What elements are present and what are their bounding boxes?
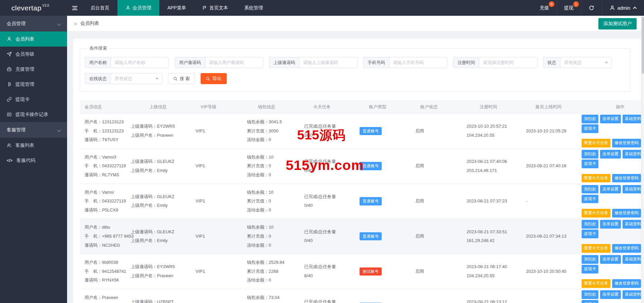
search-panel: 条件搜索 用户名称 用户邀请码 上级邀请码 — [80, 45, 631, 92]
add-deduct-button[interactable]: 加扣款 — [582, 185, 598, 194]
basic-info-button[interactable]: 基础资料 — [623, 290, 641, 299]
flag-icon — [202, 5, 207, 10]
change-login-password-button[interactable]: 修改登录密码 — [612, 244, 641, 253]
add-deduct-button[interactable]: 加扣款 — [582, 150, 598, 159]
username-input[interactable] — [111, 57, 169, 68]
nav-item-members[interactable]: 会员管理 — [117, 0, 159, 16]
reset-today-task-button[interactable]: 重置今天任务 — [582, 244, 610, 253]
online-status-select[interactable]: 所有状态 — [111, 73, 162, 84]
add-deduct-button[interactable]: 加扣款 — [582, 255, 598, 264]
basic-info-button[interactable]: 基础资料 — [623, 115, 641, 123]
briefcase-icon — [7, 67, 12, 72]
register-time-cell: 2023-08-21 06:13:12 203.211.109.103 — [467, 298, 526, 303]
chain-order-settings-button[interactable]: 连单设置 — [600, 290, 621, 299]
actions-cell: 加扣款 连单设置 基础资料 提现卡 重置今天任务 — [582, 254, 641, 289]
parent-invite-code-input[interactable] — [300, 57, 357, 68]
account-type-badge: 普通账号 — [360, 232, 382, 240]
column-header: 最后上线时间 — [535, 104, 616, 110]
register-time-input[interactable] — [479, 57, 537, 68]
change-login-password-button[interactable]: 修改登录密码 — [612, 209, 641, 218]
page-body: 条件搜索 用户名称 用户邀请码 上级邀请码 — [67, 32, 644, 303]
change-login-password-button[interactable]: 修改登录密码 — [612, 139, 641, 147]
add-test-user-button[interactable]: 添加测试用户 — [598, 18, 637, 29]
account-type-cell: 普通账号 — [360, 162, 415, 171]
account-type-cell: 普通账号 — [360, 127, 415, 136]
sidebar-item-withdraw-card[interactable]: 提现卡 — [0, 92, 67, 107]
last-online-cell: 2023-10-10 21:05:28 — [526, 127, 582, 136]
reset-today-task-button[interactable]: 重置今天任务 — [582, 174, 610, 183]
chevron-down-icon — [605, 62, 608, 64]
refresh-button[interactable] — [581, 0, 602, 16]
withdraw-card-button[interactable]: 提现卡 — [582, 160, 598, 168]
chevron-down-icon — [57, 128, 61, 132]
withdraw-card-button[interactable]: 提现卡 — [582, 265, 598, 274]
filter-user-invite-code: 用户邀请码 — [175, 57, 263, 68]
sidebar-item-recharge-mgmt[interactable]: 充值管理 — [0, 62, 67, 77]
basic-info-button[interactable]: 基础资料 — [623, 220, 641, 229]
chain-order-settings-button[interactable]: 连单设置 — [600, 220, 621, 229]
table-body: 用户名：123123123 手 机：123123123 邀请码：T67USY 上… — [80, 114, 641, 303]
username-label: admin — [618, 5, 630, 11]
nav-item-home-text[interactable]: 首页文本 — [194, 0, 236, 16]
sidebar-item-withdraw-mgmt[interactable]: 提现管理 — [0, 77, 67, 92]
user-invite-code-input[interactable] — [205, 57, 263, 68]
last-online-cell: 2023-08-21 07:40:16 — [526, 162, 582, 171]
withdraw-shortcut[interactable]: 提现 1 — [556, 0, 581, 16]
sidebar-item-support-list[interactable]: 客服列表 — [0, 138, 67, 153]
filter-status: 状态 所有状态 — [543, 57, 612, 68]
change-login-password-button[interactable]: 修改登录密码 — [612, 279, 641, 288]
last-online-cell: 2023-08-21 07:34:13 — [526, 232, 582, 241]
refresh-icon — [589, 5, 594, 11]
export-button[interactable]: 导出 — [201, 73, 227, 84]
menu-toggle-icon[interactable] — [67, 0, 83, 16]
today-task-cell: 已完成/总任务量 40/40 — [304, 298, 360, 303]
sidebar-item-member-list[interactable]: 会员列表 — [0, 32, 67, 47]
reset-today-task-button[interactable]: 重置今天任务 — [582, 279, 610, 288]
table-row: 用户名：Wd0038 手 机：9412548741 邀请码：RYNX56 上级邀… — [80, 254, 641, 289]
scrollbar-thumb[interactable] — [642, 17, 644, 74]
basic-info-button[interactable]: 基础资料 — [623, 185, 641, 194]
register-time-cell: 2023-08-21 06:17:40 104.234.20.55 — [467, 262, 526, 280]
nav-item-system[interactable]: 系统管理 — [236, 0, 271, 16]
reset-today-task-button[interactable]: 重置今天任务 — [582, 209, 610, 218]
table-row: 用户名：Praveen 手 机：02108881636 邀请码：EY2WR5 上… — [80, 289, 641, 303]
basic-info-button[interactable]: 基础资料 — [623, 150, 641, 159]
status-select[interactable]: 所有状态 — [560, 57, 611, 68]
users-icon — [7, 143, 12, 148]
withdraw-card-button[interactable]: 提现卡 — [582, 230, 598, 238]
change-login-password-button[interactable]: 修改登录密码 — [612, 174, 641, 183]
add-deduct-button[interactable]: 加扣款 — [582, 220, 598, 229]
withdraw-card-button[interactable]: 提现卡 — [582, 124, 598, 133]
sidebar-item-member-level[interactable]: 会员等级 — [0, 47, 67, 62]
recharge-shortcut[interactable]: 充值 0 — [532, 0, 556, 16]
reset-today-task-button[interactable]: 重置今天任务 — [582, 139, 610, 147]
chain-order-settings-button[interactable]: 连单设置 — [600, 185, 621, 194]
app-root: clevertap V3.0 后台首页 会员管理 APP菜单 首页文本 系统管理… — [0, 0, 644, 303]
column-header: 钱包信息 — [258, 104, 313, 110]
bitcoin-icon — [7, 82, 12, 87]
sidebar-item-support-code[interactable]: </> 客服代码 — [0, 153, 67, 168]
column-header: 上级信息 — [149, 104, 201, 110]
nav-item-app-menu[interactable]: APP菜单 — [159, 0, 194, 16]
chain-order-settings-button[interactable]: 连单设置 — [600, 255, 621, 264]
search-button[interactable]: 搜 索 — [168, 73, 195, 84]
add-deduct-button[interactable]: 加扣款 — [582, 290, 598, 299]
search-panel-title: 条件搜索 — [87, 45, 110, 51]
user-menu[interactable]: admin — [602, 0, 644, 16]
add-deduct-button[interactable]: 加扣款 — [582, 115, 598, 123]
sidebar-item-withdraw-card-log[interactable]: 提现卡操作记录 — [0, 107, 67, 122]
actions-cell: 加扣款 连单设置 基础资料 提现卡 重置今天任务 — [582, 289, 641, 303]
phone-input[interactable] — [389, 57, 447, 68]
top-navbar: clevertap V3.0 后台首页 会员管理 APP菜单 首页文本 系统管理… — [0, 0, 644, 16]
withdraw-card-button[interactable]: 提现卡 — [582, 300, 598, 303]
vertical-scrollbar[interactable] — [641, 16, 644, 303]
filter-online-status: 在线状态 所有状态 — [85, 73, 162, 84]
chain-order-settings-button[interactable]: 连单设置 — [600, 115, 621, 123]
nav-item-dashboard[interactable]: 后台首页 — [83, 0, 117, 16]
sidebar-group-support[interactable]: 客服管理 — [0, 122, 67, 138]
basic-info-button[interactable]: 基础资料 — [623, 255, 641, 264]
filter-username: 用户名称 — [85, 57, 169, 68]
sidebar-group-members[interactable]: 会员管理 — [0, 16, 67, 32]
withdraw-card-button[interactable]: 提现卡 — [582, 195, 598, 203]
chain-order-settings-button[interactable]: 连单设置 — [600, 150, 621, 159]
